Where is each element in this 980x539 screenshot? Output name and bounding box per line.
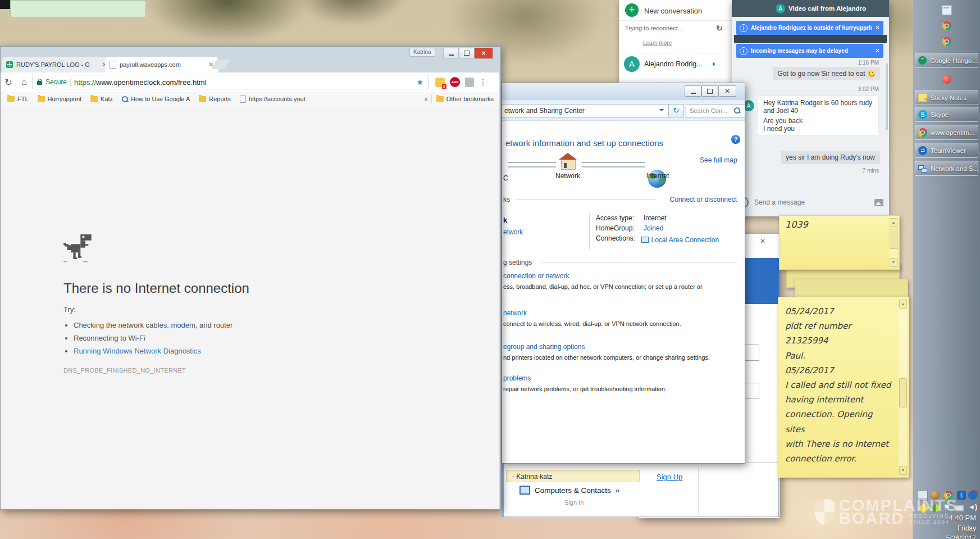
alert-icon: ! <box>740 24 747 32</box>
close-icon[interactable]: ✕ <box>875 24 880 31</box>
call-title: Video call from Alejandro <box>788 5 866 12</box>
reload-icon[interactable]: ↻ <box>1 77 16 88</box>
new-conversation-icon[interactable]: + <box>625 3 639 17</box>
connect-disconnect-link[interactable]: Connect or disconnect <box>670 196 737 203</box>
adblock-plus-icon[interactable]: ABP <box>450 77 460 87</box>
see-full-map-link[interactable]: See full map <box>700 156 737 164</box>
close-button[interactable]: ✕ <box>475 48 493 58</box>
message-input[interactable]: Send a message <box>732 193 889 211</box>
taskbar-teamviewer-button[interactable]: ⇄ TeamViewer <box>915 143 978 158</box>
bookmarks-overflow-button[interactable]: » <box>425 96 428 102</box>
close-icon[interactable]: ✕ <box>760 237 765 245</box>
folder-icon <box>436 96 444 102</box>
clock-time[interactable]: 4:40 PM <box>949 514 976 522</box>
computers-contacts-button[interactable]: Computers & Contacts » <box>519 486 619 495</box>
security-tray-icon[interactable] <box>918 503 928 513</box>
taskbar-network-button[interactable]: Network and S... <box>915 161 978 176</box>
connect-network-link[interactable]: network <box>503 309 527 317</box>
video-call-window: A Video call from Alejandro ! Alejandro … <box>732 0 889 216</box>
chat-message-outgoing: Got to go now Sir need to eat <box>773 67 880 80</box>
scroll-up-icon[interactable]: ▲ <box>890 218 897 227</box>
taskbar-calculator-button[interactable] <box>915 3 978 17</box>
bluetooth-tray-icon[interactable]: ᛒ <box>957 491 966 500</box>
tray-icon[interactable] <box>932 504 940 512</box>
scrollbar[interactable]: ▲ ▼ <box>899 300 907 475</box>
setup-connection-link[interactable]: connection or network <box>503 272 569 280</box>
homegroup-options-link[interactable]: egroup and sharing options <box>503 343 585 351</box>
spreadsheet-icon <box>6 61 13 68</box>
taskbar-chrome-profile-button[interactable] <box>915 34 978 49</box>
scroll-down-icon[interactable]: ▼ <box>890 258 897 267</box>
chevron-down-icon[interactable] <box>659 109 664 114</box>
homegroup-link[interactable]: Joined <box>644 224 663 232</box>
scroll-up-icon[interactable]: ▲ <box>899 300 907 309</box>
close-icon[interactable]: ✕ <box>875 47 880 55</box>
chrome-icon <box>942 21 951 30</box>
minimize-button[interactable] <box>443 48 459 58</box>
menu-icon[interactable]: ⋮ <box>479 78 487 87</box>
troubleshoot-link[interactable]: problems <box>503 374 531 382</box>
tab-rudys-payrol-log[interactable]: RUDY'S PAYROL LOG - G ✕ <box>2 57 112 73</box>
other-bookmarks-button[interactable]: Other bookmarks <box>436 96 494 102</box>
taskbar-skype-button[interactable]: S Skype <box>915 107 978 122</box>
attach-image-icon[interactable] <box>874 199 883 206</box>
scroll-down-icon[interactable]: ▼ <box>899 466 907 475</box>
sign-up-link[interactable]: Sign Up <box>657 473 682 481</box>
taskbar-sticky-notes-button[interactable]: Sticky Notes <box>915 90 978 105</box>
extension-icon[interactable]: 2 <box>435 78 445 87</box>
connection-link[interactable]: Local Area Connection <box>641 234 719 244</box>
help-icon[interactable]: ? <box>731 135 740 144</box>
tray-icon[interactable] <box>931 491 940 500</box>
close-button[interactable]: ✕ <box>718 85 736 97</box>
teamviewer-field[interactable] <box>744 345 759 361</box>
scrollbar[interactable] <box>886 63 888 130</box>
bookmark-star-icon[interactable]: ★ <box>416 78 423 87</box>
sticky-note-small[interactable]: 1039 ▲ ▼ <box>779 215 900 270</box>
taskbar-app-button[interactable] <box>915 71 978 88</box>
teamviewer-field[interactable] <box>744 383 759 399</box>
address-bar[interactable]: Secure https://www.opentimeclock.com/fre… <box>32 75 429 89</box>
chrome-icon <box>918 128 927 137</box>
chrome-tray-icon[interactable] <box>944 491 953 500</box>
refresh-button[interactable]: ↻ <box>668 104 684 117</box>
clock-day[interactable]: Friday <box>958 524 976 532</box>
network-house-icon[interactable] <box>558 153 577 170</box>
suggestion-item: Checking the network cables, modem, and … <box>74 319 233 332</box>
clock-date[interactable]: 5/26/2017 <box>946 535 976 539</box>
sticky-note-big[interactable]: 05/24/2017 pldt ref number 21325994 Paul… <box>778 297 909 478</box>
learn-more-link[interactable]: Learn more <box>643 40 672 46</box>
section-label-fragment: ks <box>503 196 510 203</box>
refresh-icon[interactable]: ↻ <box>716 24 723 33</box>
tab-payroll-waveapps[interactable]: payroll.waveapps.com ✕ <box>105 57 218 73</box>
extension-icon[interactable] <box>465 78 474 87</box>
browser-toolbar: ↻ ⌂ Secure https://www.opentimeclock.com… <box>1 73 499 92</box>
search-box[interactable]: Search Con... <box>686 104 745 117</box>
profile-badge[interactable]: Katrina <box>409 48 435 57</box>
bookmark-how-to-use-google[interactable]: How to Use Google A <box>122 96 190 102</box>
teamviewer-tray-icon[interactable] <box>968 491 977 500</box>
bookmark-reports[interactable]: Reports <box>199 96 231 102</box>
contact-name[interactable]: Alejandro Rodrig... <box>644 60 703 68</box>
maximize-button[interactable] <box>459 48 475 58</box>
bookmark-ftl[interactable]: FTL <box>7 96 29 102</box>
avatar[interactable]: A <box>624 56 640 72</box>
minimize-button[interactable] <box>685 85 701 97</box>
network-tray-icon[interactable] <box>955 505 964 512</box>
home-icon[interactable]: ⌂ <box>16 77 32 87</box>
volume-tray-icon[interactable]: ◄) <box>968 503 977 512</box>
action-center-flag-icon[interactable]: ⚑ <box>943 503 952 512</box>
maximize-button[interactable] <box>701 85 718 97</box>
bookmark-accounts[interactable]: https://accounts.yout <box>240 96 306 103</box>
keyboard-tray-icon[interactable] <box>918 491 928 501</box>
address-combobox[interactable]: etwork and Sharing Center <box>502 104 669 117</box>
bookmark-katz[interactable]: Katz <box>90 96 113 102</box>
taskbar-opentimeclock-button[interactable]: www.opentim... <box>915 125 978 140</box>
new-conversation-button[interactable]: New conversation <box>644 7 702 15</box>
scrollbar[interactable]: ▲ ▼ <box>889 218 897 267</box>
window-titlebar[interactable]: ✕ <box>502 83 745 100</box>
taskbar-google-hangouts-button[interactable]: ” Google Hango... <box>915 53 978 68</box>
bookmark-hurryupprint[interactable]: Hurryupprint <box>38 96 82 102</box>
taskbar-chrome-button[interactable] <box>915 19 978 33</box>
network-diagnostics-link[interactable]: Running Windows Network Diagnostics <box>74 347 201 355</box>
network-type-fragment[interactable]: etwork <box>503 228 523 236</box>
